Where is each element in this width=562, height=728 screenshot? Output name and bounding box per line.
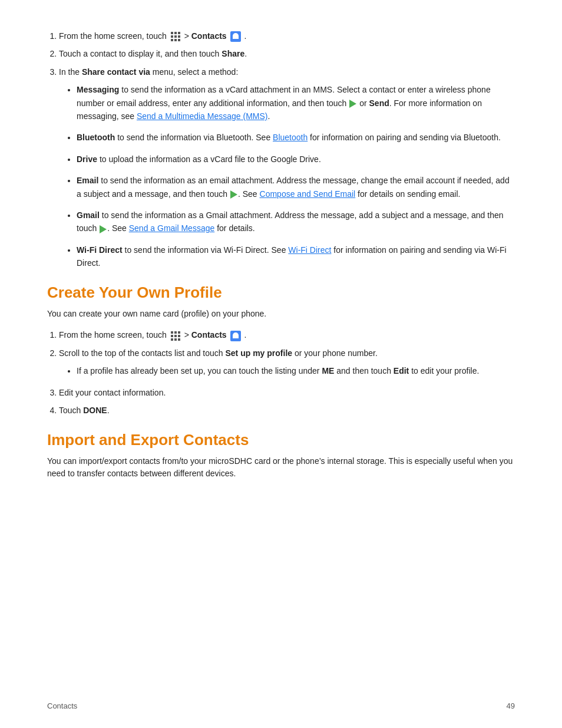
svg-rect-12 [171,335,173,337]
send-icon-2 [230,190,237,199]
step1-contacts-bold: Contacts [191,31,227,41]
section-import-export-heading: Import and Export Contacts [47,431,515,449]
section-create-profile-intro: You can create your own name card (profi… [47,308,515,320]
contacts-app-icon [230,31,241,42]
share-method-list: Messaging to send the information as a v… [77,83,515,269]
profile-step-1: From the home screen, touch > Contacts . [59,328,515,341]
main-steps-list: From the home screen, touch > Contacts [59,29,515,269]
create-profile-steps: From the home screen, touch > Contacts . [59,328,515,417]
svg-rect-2 [178,32,180,34]
footer-label: Contacts [47,701,77,710]
step1-text: From the home screen, touch [59,31,167,41]
bullet-wifi-direct: Wi-Fi Direct to send the information via… [77,243,515,270]
svg-rect-10 [174,331,177,334]
profile-step-4: Touch DONE. [59,404,515,417]
svg-rect-7 [174,39,177,41]
profile-step-3: Edit your contact information. [59,386,515,399]
link-mms[interactable]: Send a Multimedia Message (MMS) [137,111,268,121]
svg-rect-16 [174,338,177,341]
page-footer: Contacts 49 [47,701,515,710]
page-content: From the home screen, touch > Contacts [0,0,562,535]
profile-subbullet-1: If a profile has already been set up, yo… [77,364,515,377]
contacts-app-icon-2 [230,331,241,341]
link-wifi-direct[interactable]: Wi-Fi Direct [288,245,331,255]
svg-rect-0 [171,32,173,34]
footer-page-number: 49 [507,701,515,710]
svg-rect-1 [174,32,177,34]
svg-rect-4 [174,35,177,38]
step1-mid: > [184,31,191,41]
send-icon-1 [349,100,356,108]
svg-rect-3 [171,35,173,38]
step-3: In the Share contact via menu, select a … [59,65,515,270]
svg-rect-6 [171,39,173,41]
bullet-messaging: Messaging to send the information as a v… [77,83,515,123]
svg-rect-11 [178,331,180,334]
svg-rect-15 [171,338,173,341]
svg-rect-5 [178,35,180,38]
section-create-profile-heading: Create Your Own Profile [47,284,515,302]
apps-icon [170,31,181,42]
section-import-export-intro: You can import/export contacts from/to y… [47,455,515,480]
step-2: Touch a contact to display it, and then … [59,47,515,60]
svg-rect-8 [178,39,180,41]
step2-share-bold: Share [222,49,244,58]
svg-rect-17 [178,338,180,341]
bullet-bluetooth: Bluetooth to send the information via Bl… [77,131,515,144]
profile-step-2: Scroll to the top of the contacts list a… [59,347,515,378]
link-compose-email[interactable]: Compose and Send Email [260,189,356,199]
profile-subbullets: If a profile has already been set up, yo… [77,364,515,377]
apps-icon-2 [170,331,181,341]
svg-rect-9 [171,331,173,334]
bullet-drive: Drive to upload the information as a vCa… [77,153,515,166]
bullet-email: Email to send the information as an emai… [77,174,515,200]
step-1: From the home screen, touch > Contacts [59,29,515,42]
bullet-gmail: Gmail to send the information as a Gmail… [77,209,515,235]
step2-text: Touch a contact to display it, and then … [59,49,222,58]
link-bluetooth[interactable]: Bluetooth [273,133,308,142]
svg-rect-14 [178,335,180,337]
svg-rect-13 [174,335,177,337]
link-gmail-message[interactable]: Send a Gmail Message [129,223,215,233]
send-icon-3 [100,225,107,233]
